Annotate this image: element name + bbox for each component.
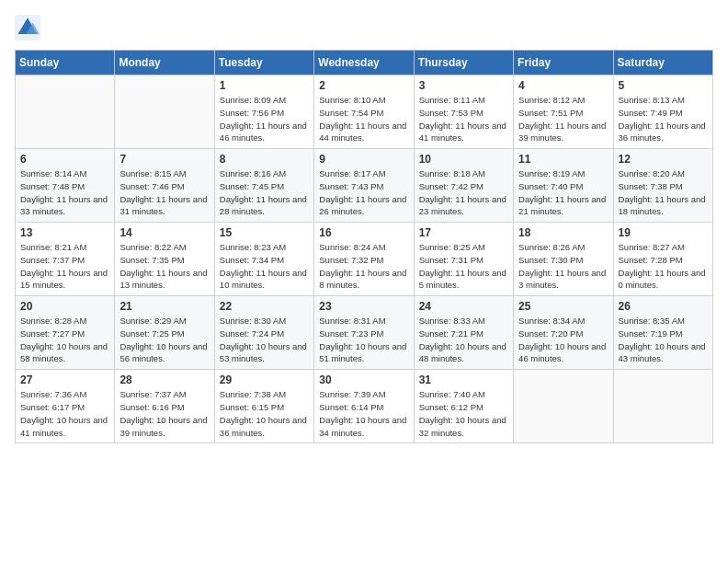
day-header-thursday: Thursday (414, 51, 513, 75)
day-info: Sunrise: 8:29 AM Sunset: 7:25 PM Dayligh… (119, 315, 209, 365)
day-number: 27 (20, 373, 109, 386)
day-info: Sunrise: 7:39 AM Sunset: 6:14 PM Dayligh… (319, 388, 408, 439)
day-info: Sunrise: 8:35 AM Sunset: 7:19 PM Dayligh… (619, 315, 708, 365)
day-info: Sunrise: 8:19 AM Sunset: 7:40 PM Dayligh… (518, 167, 608, 218)
calendar-cell: 19Sunrise: 8:27 AM Sunset: 7:28 PM Dayli… (613, 223, 712, 296)
calendar-cell: 7Sunrise: 8:15 AM Sunset: 7:46 PM Daylig… (115, 149, 214, 223)
day-number: 28 (119, 373, 209, 386)
day-number: 7 (119, 153, 209, 166)
day-info: Sunrise: 8:18 AM Sunset: 7:42 PM Dayligh… (419, 167, 508, 218)
calendar-cell: 20Sunrise: 8:28 AM Sunset: 7:27 PM Dayli… (16, 296, 115, 370)
day-info: Sunrise: 8:34 AM Sunset: 7:20 PM Dayligh… (518, 315, 608, 365)
day-info: Sunrise: 8:10 AM Sunset: 7:54 PM Dayligh… (319, 94, 408, 144)
day-info: Sunrise: 8:25 AM Sunset: 7:31 PM Dayligh… (419, 241, 508, 292)
calendar-cell: 14Sunrise: 8:22 AM Sunset: 7:35 PM Dayli… (115, 223, 214, 296)
day-header-sunday: Sunday (16, 51, 115, 75)
calendar-cell: 24Sunrise: 8:33 AM Sunset: 7:21 PM Dayli… (414, 296, 513, 370)
day-number: 6 (20, 153, 109, 166)
calendar-cell: 10Sunrise: 8:18 AM Sunset: 7:42 PM Dayli… (414, 149, 513, 223)
day-number: 25 (518, 300, 608, 313)
calendar-cell: 27Sunrise: 7:36 AM Sunset: 6:17 PM Dayli… (16, 370, 115, 443)
day-info: Sunrise: 8:30 AM Sunset: 7:24 PM Dayligh… (220, 315, 309, 365)
day-info: Sunrise: 8:16 AM Sunset: 7:45 PM Dayligh… (220, 167, 309, 218)
calendar-cell: 29Sunrise: 7:38 AM Sunset: 6:15 PM Dayli… (214, 370, 313, 443)
day-info: Sunrise: 8:13 AM Sunset: 7:49 PM Dayligh… (619, 94, 708, 144)
calendar-cell: 31Sunrise: 7:40 AM Sunset: 6:12 PM Dayli… (414, 370, 513, 443)
day-info: Sunrise: 8:14 AM Sunset: 7:48 PM Dayligh… (20, 167, 109, 218)
day-number: 30 (319, 373, 408, 386)
calendar-cell: 12Sunrise: 8:20 AM Sunset: 7:38 PM Dayli… (613, 149, 712, 223)
day-info: Sunrise: 7:40 AM Sunset: 6:12 PM Dayligh… (419, 388, 508, 439)
day-info: Sunrise: 8:28 AM Sunset: 7:27 PM Dayligh… (20, 315, 109, 365)
day-number: 1 (220, 79, 309, 92)
day-info: Sunrise: 7:37 AM Sunset: 6:16 PM Dayligh… (119, 388, 209, 439)
day-number: 13 (20, 226, 109, 239)
calendar-cell: 1Sunrise: 8:09 AM Sunset: 7:56 PM Daylig… (214, 75, 313, 149)
day-number: 4 (518, 79, 608, 92)
calendar-cell: 16Sunrise: 8:24 AM Sunset: 7:32 PM Dayli… (314, 223, 414, 296)
day-number: 17 (419, 226, 508, 239)
calendar-cell: 15Sunrise: 8:23 AM Sunset: 7:34 PM Dayli… (214, 223, 313, 296)
day-number: 16 (319, 226, 408, 239)
day-info: Sunrise: 8:24 AM Sunset: 7:32 PM Dayligh… (319, 241, 408, 292)
day-header-wednesday: Wednesday (314, 51, 414, 75)
day-info: Sunrise: 8:09 AM Sunset: 7:56 PM Dayligh… (220, 94, 309, 144)
day-info: Sunrise: 7:36 AM Sunset: 6:17 PM Dayligh… (20, 388, 109, 439)
calendar-week-row: 20Sunrise: 8:28 AM Sunset: 7:27 PM Dayli… (16, 296, 713, 370)
calendar-cell: 2Sunrise: 8:10 AM Sunset: 7:54 PM Daylig… (314, 75, 414, 149)
calendar-cell: 8Sunrise: 8:16 AM Sunset: 7:45 PM Daylig… (214, 149, 313, 223)
day-info: Sunrise: 8:33 AM Sunset: 7:21 PM Dayligh… (419, 315, 508, 365)
day-info: Sunrise: 8:12 AM Sunset: 7:51 PM Dayligh… (518, 94, 608, 144)
day-info: Sunrise: 8:22 AM Sunset: 7:35 PM Dayligh… (119, 241, 209, 292)
day-number: 18 (518, 226, 608, 239)
day-number: 3 (419, 79, 508, 92)
day-number: 2 (319, 79, 408, 92)
calendar-cell: 17Sunrise: 8:25 AM Sunset: 7:31 PM Dayli… (414, 223, 513, 296)
calendar-cell: 21Sunrise: 8:29 AM Sunset: 7:25 PM Dayli… (115, 296, 214, 370)
calendar-cell: 4Sunrise: 8:12 AM Sunset: 7:51 PM Daylig… (514, 75, 613, 149)
calendar-header-row: SundayMondayTuesdayWednesdayThursdayFrid… (16, 51, 713, 75)
day-number: 9 (319, 153, 408, 166)
day-number: 21 (119, 300, 209, 313)
calendar-cell: 25Sunrise: 8:34 AM Sunset: 7:20 PM Dayli… (514, 296, 613, 370)
day-info: Sunrise: 8:27 AM Sunset: 7:28 PM Dayligh… (619, 241, 708, 292)
calendar-cell: 3Sunrise: 8:11 AM Sunset: 7:53 PM Daylig… (414, 75, 513, 149)
day-number: 24 (419, 300, 508, 313)
calendar-cell: 18Sunrise: 8:26 AM Sunset: 7:30 PM Dayli… (514, 223, 613, 296)
calendar-cell (613, 370, 712, 443)
day-number: 10 (419, 153, 508, 166)
calendar-cell (115, 75, 214, 149)
day-header-tuesday: Tuesday (214, 51, 313, 75)
day-info: Sunrise: 8:15 AM Sunset: 7:46 PM Dayligh… (119, 167, 209, 218)
calendar-cell: 22Sunrise: 8:30 AM Sunset: 7:24 PM Dayli… (214, 296, 313, 370)
day-info: Sunrise: 8:31 AM Sunset: 7:23 PM Dayligh… (319, 315, 408, 365)
calendar-cell: 13Sunrise: 8:21 AM Sunset: 7:37 PM Dayli… (16, 223, 115, 296)
calendar-cell: 28Sunrise: 7:37 AM Sunset: 6:16 PM Dayli… (115, 370, 214, 443)
day-number: 12 (619, 153, 708, 166)
day-number: 8 (220, 153, 309, 166)
calendar-cell: 26Sunrise: 8:35 AM Sunset: 7:19 PM Dayli… (613, 296, 712, 370)
calendar-cell: 9Sunrise: 8:17 AM Sunset: 7:43 PM Daylig… (314, 149, 414, 223)
day-number: 11 (518, 153, 608, 166)
calendar-cell (514, 370, 613, 443)
day-number: 26 (619, 300, 708, 313)
calendar-cell (16, 75, 115, 149)
day-number: 5 (619, 79, 708, 92)
day-number: 20 (20, 300, 109, 313)
calendar-table: SundayMondayTuesdayWednesdayThursdayFrid… (15, 50, 713, 443)
logo (15, 15, 44, 40)
day-number: 22 (220, 300, 309, 313)
day-info: Sunrise: 8:21 AM Sunset: 7:37 PM Dayligh… (20, 241, 109, 292)
page-header (15, 15, 713, 40)
day-number: 29 (220, 373, 309, 386)
calendar-cell: 6Sunrise: 8:14 AM Sunset: 7:48 PM Daylig… (16, 149, 115, 223)
day-number: 14 (119, 226, 209, 239)
day-header-friday: Friday (514, 51, 613, 75)
day-info: Sunrise: 8:17 AM Sunset: 7:43 PM Dayligh… (319, 167, 408, 218)
day-number: 15 (220, 226, 309, 239)
calendar-cell: 5Sunrise: 8:13 AM Sunset: 7:49 PM Daylig… (613, 75, 712, 149)
calendar-cell: 23Sunrise: 8:31 AM Sunset: 7:23 PM Dayli… (314, 296, 414, 370)
calendar-cell: 30Sunrise: 7:39 AM Sunset: 6:14 PM Dayli… (314, 370, 414, 443)
day-info: Sunrise: 7:38 AM Sunset: 6:15 PM Dayligh… (220, 388, 309, 439)
calendar-week-row: 13Sunrise: 8:21 AM Sunset: 7:37 PM Dayli… (16, 223, 713, 296)
